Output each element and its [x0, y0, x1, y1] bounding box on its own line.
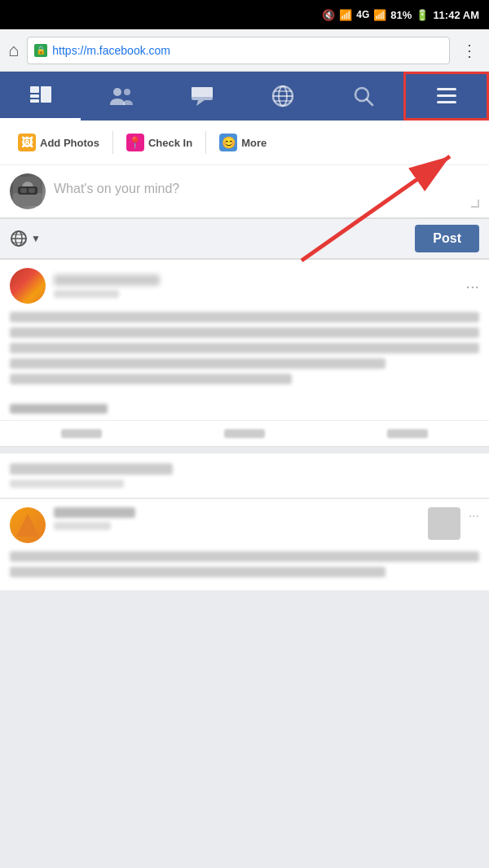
add-photos-button[interactable]: 🖼 Add Photos: [10, 129, 108, 156]
nav-item-friends[interactable]: [81, 72, 161, 121]
status-bar: 🔇 📶 4G 📶 81% 🔋 11:42 AM: [0, 0, 489, 29]
feed-card-1-actions: [0, 420, 489, 446]
battery-icon: 🔋: [416, 9, 429, 21]
comment-action[interactable]: [163, 421, 326, 446]
feed-card-1-more[interactable]: ···: [465, 277, 479, 296]
url-bar[interactable]: 🔒 https://m.facebook.com: [27, 37, 450, 64]
feed-text-line-2: [10, 327, 479, 338]
svg-rect-20: [13, 193, 42, 206]
home-icon[interactable]: ⌂: [8, 40, 19, 61]
feed-card-1-content: [0, 312, 489, 397]
feed-card-2-inner: ···: [0, 499, 489, 551]
feed-text-line-3: [10, 343, 479, 353]
post-controls: ▼ Post: [0, 218, 489, 259]
feed-text-line-4: [10, 358, 385, 369]
nav-item-notifications[interactable]: [242, 72, 323, 121]
feed-card-1-time: [54, 290, 119, 298]
feed-text-line-5: [10, 374, 292, 384]
signal-text: 4G: [356, 9, 369, 20]
comment-label: [224, 429, 265, 438]
feed-card-2-avatar: [10, 507, 46, 543]
feed-card-2-extra-image: [428, 507, 460, 540]
feed-card-1: ···: [0, 259, 489, 447]
feed-section-title: [10, 463, 173, 475]
feed-card-2-more[interactable]: ···: [469, 507, 479, 524]
news-feed: ···: [0, 259, 489, 590]
svg-rect-15: [437, 94, 456, 97]
wifi-icon: 📶: [339, 9, 352, 21]
share-action[interactable]: [326, 421, 489, 446]
svg-rect-14: [437, 88, 456, 90]
checkin-icon: 📍: [126, 134, 144, 151]
svg-rect-1: [30, 94, 39, 98]
compose-actions: 🖼 Add Photos 📍 Check In 😊 More: [0, 121, 489, 165]
divider-2: [205, 131, 206, 154]
audience-chevron-icon: ▼: [31, 233, 41, 244]
like-action[interactable]: [0, 421, 163, 446]
friends-icon: [108, 85, 134, 107]
globe-nav-icon: [271, 85, 294, 107]
feed-card-2: ···: [0, 499, 489, 590]
nav-item-messages[interactable]: [161, 72, 242, 121]
browser-menu-button[interactable]: ⋮: [458, 41, 481, 60]
svg-rect-6: [192, 87, 213, 100]
avatar-shape: [16, 514, 39, 537]
svg-rect-3: [41, 86, 51, 103]
more-label: More: [241, 137, 267, 149]
compose-area: 🖼 Add Photos 📍 Check In 😊 More: [0, 121, 489, 218]
search-icon: [353, 85, 374, 107]
svg-rect-16: [437, 101, 456, 103]
hamburger-icon: [436, 87, 457, 105]
feed-card-2-text: [0, 551, 489, 590]
feed-card-1-header: ···: [0, 260, 489, 312]
more-icon: 😊: [219, 134, 237, 151]
svg-line-13: [367, 99, 372, 105]
feed-card-1-name: [54, 274, 160, 286]
time-display: 11:42 AM: [433, 9, 479, 21]
feed-card-1-meta: [54, 274, 457, 298]
feed-card-2-line-1: [10, 551, 479, 562]
svg-rect-2: [30, 99, 39, 103]
svg-point-4: [113, 88, 121, 96]
feed-section-header: [0, 454, 489, 498]
feed-card-1-avatar: [10, 268, 46, 304]
feed-card-2-line-2: [10, 567, 385, 577]
share-label: [387, 429, 428, 438]
divider-1: [112, 131, 113, 154]
check-in-button[interactable]: 📍 Check In: [118, 129, 200, 156]
audience-selector[interactable]: ▼: [10, 230, 41, 248]
more-button[interactable]: 😊 More: [211, 129, 275, 156]
user-avatar: [10, 173, 46, 209]
like-label: [61, 429, 102, 438]
nav-item-newsfeed[interactable]: [0, 72, 81, 121]
check-in-label: Check In: [148, 137, 192, 149]
feed-card-1-engagement: [10, 404, 108, 414]
svg-rect-23: [29, 188, 35, 193]
feed-card-2-name: [54, 507, 135, 518]
audience-globe-icon: [10, 230, 28, 248]
feed-text-line-1: [10, 312, 479, 322]
battery-text: 81%: [390, 9, 412, 21]
feed-card-2-meta: [54, 507, 420, 530]
resize-handle: [471, 199, 479, 208]
compose-input-row: What's on your mind?: [0, 165, 489, 217]
compose-placeholder[interactable]: What's on your mind?: [54, 173, 463, 196]
newsfeed-icon: [29, 85, 52, 105]
nav-item-menu[interactable]: [403, 72, 489, 121]
signal-bars: 📶: [373, 9, 386, 21]
status-icons: 🔇 📶 4G 📶 81% 🔋 11:42 AM: [322, 9, 479, 21]
facebook-nav: [0, 72, 489, 121]
photo-icon: 🖼: [18, 134, 36, 151]
browser-bar: ⌂ 🔒 https://m.facebook.com ⋮: [0, 29, 489, 72]
post-button[interactable]: Post: [415, 225, 479, 252]
svg-rect-22: [20, 188, 27, 193]
feed-card-2-sub: [54, 522, 111, 530]
url-text: https://m.facebook.com: [52, 44, 443, 57]
svg-rect-0: [30, 86, 39, 93]
add-photos-label: Add Photos: [40, 137, 99, 149]
nav-item-search[interactable]: [323, 72, 403, 121]
lock-icon: 🔒: [34, 44, 47, 57]
messages-icon: [190, 85, 214, 107]
mute-icon: 🔇: [322, 9, 335, 21]
svg-point-5: [124, 89, 130, 95]
